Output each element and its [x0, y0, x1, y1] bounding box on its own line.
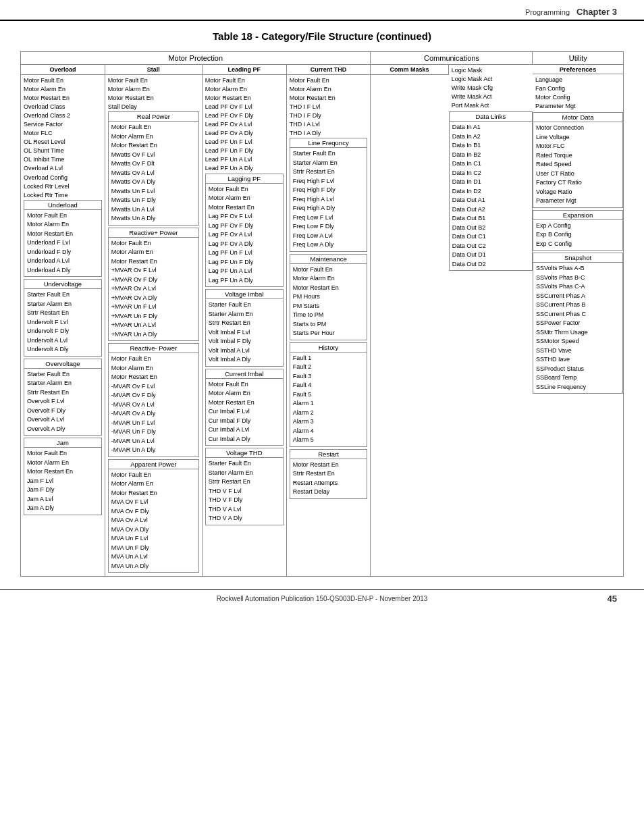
reactive-minus-body: Motor Fault En Motor Alarm En Motor Rest… [109, 353, 198, 457]
uv-starter-fault-en: Starter Fault En [27, 290, 99, 300]
restart-delay: Restart Delay [293, 488, 365, 497]
lf-freq-low-f-dly: Freq Low F Dly [293, 222, 365, 232]
rp-motor-restart-en2: Motor Restart En [111, 257, 196, 267]
ss-board-temp: SSBoard Temp [536, 373, 620, 383]
ss-line-freq: SSLine Frequency [536, 383, 620, 392]
ss-current-b: SSCurrent Phas B [536, 301, 620, 310]
underload-section: Underload Motor Fault En Motor Alarm En … [24, 200, 102, 278]
jam-f-lvl: Jam F Lvl [27, 477, 99, 486]
ov-overvolt-f-dly: Overvolt F Dly [27, 407, 99, 416]
rp-motor-alarm-en: Motor Alarm En [111, 132, 196, 142]
ap-mva-ov-f-lvl: MVA Ov F Lvl [111, 498, 196, 507]
current-thd-header: Current THD [286, 65, 371, 75]
rm-mvar-un-f-lvl: -MVAR Un F Lvl [111, 419, 196, 428]
restart-attempts: Restart Attempts [293, 479, 365, 488]
maint-pm-hours: PM Hours [293, 292, 365, 302]
motor-flc: Motor FLC [536, 142, 620, 151]
data-out-b1: Data Out B1 [452, 214, 529, 224]
snapshot-body: SSVolts Phas A-B SSVolts Phas B-C SSVolt… [533, 263, 622, 393]
ct-motor-restart-en: Motor Restart En [290, 94, 368, 103]
maint-starts-per-hour: Starts Per Hour [293, 329, 365, 338]
overload-items: Motor Fault En Motor Alarm En Motor Rest… [24, 76, 102, 200]
lag-motor-restart-en: Motor Restart En [209, 203, 280, 213]
language: Language [535, 76, 620, 84]
ci-cur-imbal-f-lvl: Cur Imbal F Lvl [209, 407, 280, 417]
data-in-c1: Data In C1 [452, 159, 529, 169]
parameter-mgt2: Parameter Mgt [536, 197, 620, 206]
ss-mtr-thrm: SSMtr Thrm Usage [536, 328, 620, 338]
snapshot-header: Snapshot [533, 253, 622, 263]
jam-a-lvl: Jam A Lvl [27, 495, 99, 504]
rp-motor-fault-en: Motor Fault En [111, 123, 196, 132]
vi-starter-alarm-en: Starter Alarm En [209, 310, 280, 319]
rp-mvar-un-f-dly: +MVAR Un F Dly [111, 312, 196, 321]
rp-mwatts-un-a-lvl: Mwatts Un A Lvl [111, 205, 196, 215]
lag-pf-un-f-lvl: Lag PF Un F Lvl [209, 249, 280, 258]
rp-mwatts-un-f-dly: Mwatts Un F Dly [111, 196, 196, 205]
ci-cur-imbal-f-dly: Cur Imbal F Dly [209, 417, 280, 426]
lag-pf-ov-a-lvl: Lag PF Ov A Lvl [209, 230, 280, 240]
ss-current-c: SSCurrent Phas C [536, 310, 620, 319]
ci-cur-imbal-a-lvl: Cur Imbal A Lvl [209, 425, 280, 435]
rm-motor-alarm-en: Motor Alarm En [111, 364, 196, 373]
reactive-minus-section: Reactive- Power Motor Fault En Motor Ala… [108, 343, 199, 457]
apparent-power-section: Apparent Power Motor Fault En Motor Alar… [108, 459, 199, 573]
column-headers-row: Overload Stall Leading PF Current THD Co… [21, 65, 624, 75]
hist-fault1: Fault 1 [293, 354, 365, 363]
lagging-pf-body: Motor Fault En Motor Alarm En Motor Rest… [206, 184, 283, 287]
real-power-section: Real Power Motor Fault En Motor Alarm En… [108, 111, 199, 226]
ap-mva-ov-a-lvl: MVA Ov A Lvl [111, 516, 196, 525]
lf-freq-low-f-lvl: Freq Low F Lvl [293, 213, 365, 223]
restart-section: Restart Motor Restart En Strtr Restart E… [290, 449, 368, 499]
voltage-imbal-body: Starter Fault En Starter Alarm En Strtr … [206, 299, 283, 366]
hist-alarm2: Alarm 2 [293, 409, 365, 418]
leading-pf-items: Motor Fault En Motor Alarm En Motor Rest… [205, 76, 284, 174]
rp-mvar-un-a-dly: +MVAR Un A Dly [111, 330, 196, 340]
lpf-motor-restart-en: Motor Restart En [205, 94, 284, 103]
preferences-header: Preferences [533, 65, 623, 74]
rm-mvar-ov-a-dly: -MVAR Ov A Dly [111, 409, 196, 419]
expansion-body: Exp A Config Exp B Config Exp C Config [533, 220, 622, 251]
ol-locked-rtr-level: Locked Rtr Level [24, 182, 102, 191]
undervoltage-section: Undervoltage Starter Fault En Starter Al… [24, 279, 102, 357]
current-imbal-header: Current Imbal [206, 369, 283, 379]
apparent-power-header: Apparent Power [109, 460, 198, 469]
lag-pf-ov-a-dly: Lag PF Ov A Dly [209, 240, 280, 249]
data-out-b2: Data Out B2 [452, 224, 529, 233]
leading-pf-cell: Motor Fault En Motor Alarm En Motor Rest… [202, 75, 286, 577]
rp-mvar-ov-f-lvl: +MVAR Ov F Lvl [111, 266, 196, 276]
history-body: Fault 1 Fault 2 Fault 3 Fault 4 Fault 5 … [290, 353, 367, 446]
reactive-minus-header: Reactive- Power [109, 344, 198, 353]
page-number: 45 [608, 594, 617, 604]
vi-volt-imbal-f-dly: Volt Imbal F Dly [209, 337, 280, 346]
data-links-body: Data In A1 Data In A2 Data In B1 Data In… [450, 122, 532, 270]
ol-overload-config: Overload Config [24, 174, 102, 182]
vi-starter-fault-en: Starter Fault En [209, 301, 280, 310]
current-imbal-body: Motor Fault En Motor Alarm En Motor Rest… [206, 379, 283, 446]
maint-pm-starts: PM Starts [293, 302, 365, 311]
line-frequency-header: Line Frequncy [290, 138, 367, 148]
vi-strtr-restart-en: Strtr Restart En [209, 319, 280, 328]
publication-label: Rockwell Automation Publication 150-QS00… [217, 595, 428, 602]
overload-header: Overload [21, 65, 105, 75]
ct-motor-alarm-en: Motor Alarm En [290, 85, 368, 94]
comm-masks-data-links-cell: Logic Mask Logic Mask Act Write Mask Cfg… [448, 65, 533, 577]
st-stall-delay: Stall Delay [108, 103, 199, 111]
rm-mvar-ov-f-lvl: -MVAR Ov F Lvl [111, 382, 196, 392]
rm-mvar-ov-f-dly: -MVAR Ov F Dly [111, 391, 196, 400]
data-in-d1: Data In D1 [452, 178, 529, 187]
page-footer: Rockwell Automation Publication 150-QS00… [0, 589, 644, 608]
stall-cell: Motor Fault En Motor Alarm En Motor Rest… [105, 75, 202, 577]
real-power-header: Real Power [109, 112, 198, 122]
jam-header: Jam [24, 438, 101, 448]
voltage-thd-body: Starter Fault En Starter Alarm En Strtr … [206, 458, 283, 525]
rp-mwatts-ov-f-dlt: Mwatts Ov F Dlt [111, 159, 196, 169]
ul-motor-restart-en: Motor Restart En [27, 230, 99, 239]
maintenance-section: Maintenance Motor Fault En Motor Alarm E… [290, 254, 368, 340]
ss-thd-vave: SSTHD Vave [536, 346, 620, 356]
ul-motor-fault-en: Motor Fault En [27, 211, 99, 221]
voltage-thd-section: Voltage THD Starter Fault En Starter Ala… [205, 448, 284, 525]
lf-freq-high-f-lvl: Freq High F Lvl [293, 177, 365, 186]
data-out-d1: Data Out D1 [452, 251, 529, 260]
ap-mva-un-a-lvl: MVA Un A Lvl [111, 552, 196, 562]
